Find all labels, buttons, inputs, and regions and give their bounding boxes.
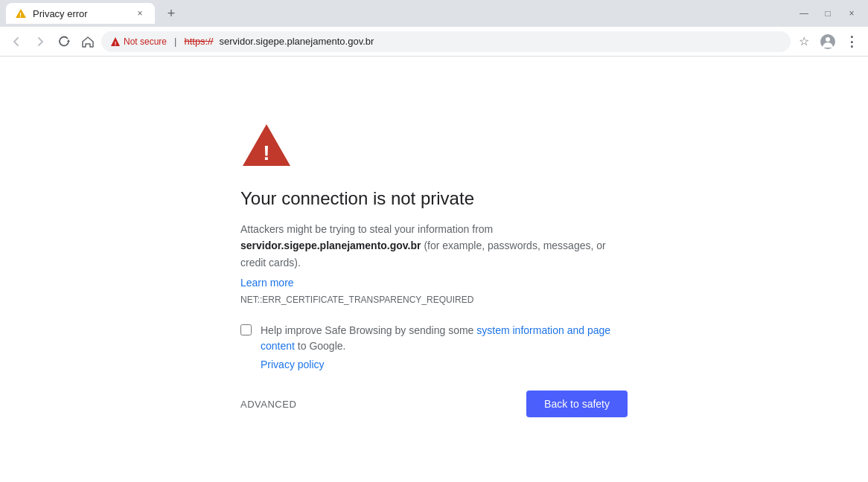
back-to-safety-button[interactable]: Back to safety [526,391,628,417]
browser-window: ! Privacy error × + — □ × [0,0,868,482]
window-controls: — □ × [794,3,862,24]
error-container: ! Your connection is not private Attacke… [211,106,657,432]
profile-icon [820,33,836,50]
home-button[interactable] [77,31,98,52]
active-tab[interactable]: ! Privacy error × [6,3,155,24]
minimize-button[interactable]: — [794,3,814,24]
reload-icon [57,35,71,48]
warning-icon-wrapper: ! [240,121,628,170]
svg-marker-2 [67,39,70,42]
error-site-name: servidor.sigepe.planejamento.gov.br [240,240,421,251]
tab-favicon-icon: ! [15,7,27,19]
error-title: Your connection is not private [240,188,628,209]
privacy-error-icon: ! [240,121,293,167]
omnibox[interactable]: ! Not secure | https://servidor.sigepe.p… [101,31,791,52]
url-display: servidor.sigepe.planejamento.gov.br [219,36,374,47]
advanced-button[interactable]: ADVANCED [240,399,296,410]
address-bar: ! Not secure | https://servidor.sigepe.p… [0,27,868,57]
tab-title: Privacy error [33,8,88,19]
url-prefix: https:// [184,36,213,47]
profile-button[interactable] [817,31,838,52]
warning-icon: ! [110,36,121,47]
bookmark-button[interactable]: ☆ [794,31,814,52]
svg-point-6 [826,37,830,42]
forward-button[interactable] [30,31,51,52]
back-button[interactable] [6,31,27,52]
back-icon [10,35,23,48]
home-icon [81,35,95,48]
svg-text:!: ! [263,141,269,164]
safe-browsing-label: Help improve Safe Browsing by sending so… [261,323,628,373]
menu-icon: ⋮ [845,33,858,50]
safe-browsing-checkbox-area: Help improve Safe Browsing by sending so… [240,323,628,373]
learn-more-link[interactable]: Learn more [240,277,628,289]
safe-browsing-checkbox[interactable] [240,324,252,335]
new-tab-button[interactable]: + [161,3,182,24]
security-label: Not secure [124,36,167,47]
privacy-policy-link[interactable]: Privacy policy [261,357,628,373]
title-bar: ! Privacy error × + — □ × [0,0,868,27]
svg-text:!: ! [115,40,117,47]
menu-button[interactable]: ⋮ [841,31,862,52]
address-bar-actions: ☆ ⋮ [794,31,862,52]
svg-text:!: ! [19,11,22,19]
bookmark-icon: ☆ [799,34,809,48]
error-description: Attackers might be trying to steal your … [240,221,628,271]
maximize-button[interactable]: □ [817,3,838,24]
reload-button[interactable] [54,31,74,52]
close-window-button[interactable]: × [841,3,862,24]
error-code: NET::ERR_CERTIFICATE_TRANSPARENCY_REQUIR… [240,295,628,305]
actions-row: ADVANCED Back to safety [240,391,628,417]
tab-close-button[interactable]: × [134,7,146,19]
page-content: ! Your connection is not private Attacke… [0,57,868,482]
forward-icon [33,35,47,48]
security-indicator: ! Not secure [110,36,167,47]
description-before: Attackers might be trying to steal your … [240,223,493,235]
